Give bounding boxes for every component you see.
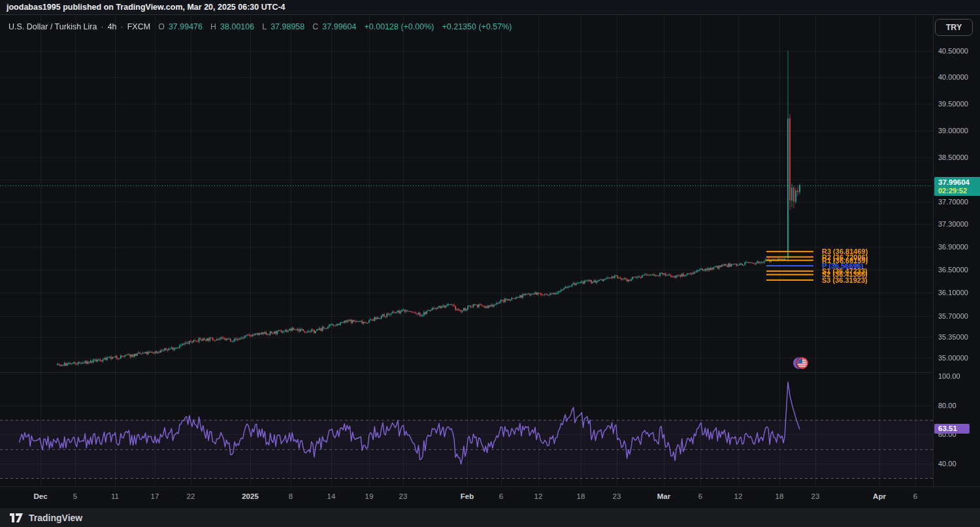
price-tick-label: 40.00000 (938, 73, 968, 81)
time-tick-label: 23 (613, 492, 621, 500)
time-tick-label: 23 (399, 492, 408, 500)
high-value: 38.00106 (220, 22, 254, 31)
price-axis[interactable]: 40.5000040.0000039.5000039.0000038.50000… (933, 15, 980, 487)
tradingview-brand-text[interactable]: TradingView (29, 513, 82, 523)
price-tick-label: 36.50000 (938, 266, 968, 274)
price-tick-label: 36.10000 (938, 289, 968, 296)
interval-label: 4h (108, 22, 117, 31)
symbol-title: U.S. Dollar / Turkish Lira (8, 22, 97, 31)
close-value: 37.99604 (322, 22, 356, 31)
time-tick-label: 17 (151, 492, 159, 500)
exchange-label: FXCM (127, 22, 150, 31)
time-tick-label: 18 (577, 492, 585, 500)
chart-canvas[interactable] (0, 15, 933, 487)
price-tick-label: 37.30000 (938, 220, 968, 228)
price-tick-label: 36.90000 (938, 243, 968, 251)
tradingview-published-chart: { "top_bar": { "text": "joodabas1995 pub… (0, 0, 980, 527)
time-tick-label: 6 (913, 492, 917, 500)
close-label: C (312, 22, 318, 31)
time-tick-label: 18 (776, 492, 784, 500)
price-tick-label: 37.70000 (938, 198, 968, 206)
tradingview-logo-icon[interactable] (9, 513, 24, 523)
time-tick-label: Dec (33, 492, 47, 500)
time-tick-label: 12 (734, 492, 743, 500)
time-axis[interactable]: Dec511172220258141923Feb6121823Mar612182… (0, 487, 980, 509)
rsi-tick-label: 80.00 (938, 402, 956, 409)
time-tick-label: 8 (289, 492, 293, 500)
low-label: L (262, 22, 267, 31)
time-tick-label: 19 (365, 492, 374, 500)
time-tick-label: Feb (461, 492, 474, 500)
high-label: H (210, 22, 216, 31)
publisher-text: joodabas1995 published on TradingView.co… (7, 3, 286, 12)
footer-bar: TradingView (0, 508, 980, 527)
price-tick-label: 35.70000 (938, 312, 968, 320)
time-tick-label: 2025 (242, 492, 259, 500)
time-tick-label: 6 (698, 492, 702, 500)
price-tick-label: 35.00000 (938, 354, 968, 362)
time-tick-label: 22 (187, 492, 195, 500)
open-label: O (158, 22, 165, 31)
pivot-label-s3[interactable]: S3 (36.31923) (822, 277, 868, 284)
rsi-value-badge: 63.51 (934, 424, 970, 434)
time-tick-label: 5 (73, 492, 77, 500)
low-value: 37.98958 (270, 22, 304, 31)
time-tick-label: Apr (873, 492, 886, 500)
price-tick-label: 40.50000 (938, 47, 968, 55)
time-tick-label: 23 (811, 492, 820, 500)
price-tick-label: 39.50000 (938, 100, 968, 108)
currency-unit-button[interactable]: TRY (935, 19, 973, 36)
rsi-tick-label: 40.00 (938, 460, 956, 468)
currency-unit-label: TRY (946, 23, 962, 32)
change-points: +0.00128 (+0.00%) (364, 22, 434, 31)
price-tick-label: 39.00000 (938, 127, 968, 135)
price-tick-label: 35.35000 (938, 333, 968, 341)
legend-separator: · (101, 22, 103, 31)
symbol-legend[interactable]: U.S. Dollar / Turkish Lira · 4h · FXCM O… (8, 22, 512, 32)
last-price-badge: 37.99604 02:29:52 (934, 177, 980, 196)
legend-separator: · (121, 22, 123, 31)
time-tick-label: 6 (499, 492, 503, 500)
time-tick-label: 14 (327, 492, 336, 500)
time-tick-label: 11 (111, 492, 119, 500)
time-tick-label: Mar (657, 492, 670, 500)
price-tick-label: 38.50000 (938, 153, 968, 161)
rsi-tick-label: 100.00 (938, 372, 960, 380)
last-price-value: 37.99604 (938, 178, 980, 187)
time-tick-label: 12 (534, 492, 543, 500)
us-flag-event-icon[interactable] (792, 355, 811, 371)
bar-countdown: 02:29:52 (938, 187, 980, 195)
publisher-bar: joodabas1995 published on TradingView.co… (0, 0, 980, 15)
change-session: +0.21350 (+0.57%) (442, 22, 512, 31)
chart-region: U.S. Dollar / Turkish Lira · 4h · FXCM O… (0, 15, 980, 508)
open-value: 37.99476 (169, 22, 203, 31)
